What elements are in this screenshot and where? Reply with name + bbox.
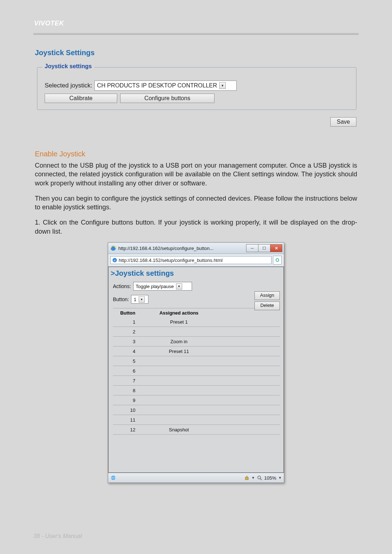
selected-joystick-label: Selected joystick:: [45, 82, 92, 89]
paragraph-3: 1. Click on the Configure buttons button…: [35, 218, 357, 236]
cell-assigned-action: Zoom in: [140, 339, 280, 344]
paragraph-1: Connect to the USB plug of the joystick …: [35, 161, 357, 188]
page-favicon-icon: e: [112, 258, 117, 263]
cell-button-number: 1: [113, 319, 140, 325]
ie-icon: [110, 245, 116, 251]
brand-name: VIVOTEK: [34, 20, 359, 27]
joystick-fieldset: Joystick settings Selected joystick: CH …: [37, 67, 356, 110]
column-header-button: Button: [113, 310, 140, 316]
table-row[interactable]: 6: [113, 366, 280, 376]
configure-buttons-button[interactable]: Configure buttons: [120, 94, 215, 103]
table-row[interactable]: 7: [113, 376, 280, 386]
zoom-level[interactable]: 105%: [264, 475, 276, 481]
calibrate-button[interactable]: Calibrate: [45, 94, 117, 103]
window-title: http://192.168.4.162/setup/configure_but…: [118, 246, 246, 251]
cell-button-number: 4: [113, 349, 140, 354]
chevron-down-icon[interactable]: ▼: [278, 476, 282, 480]
enable-joystick-heading: Enable Joystick: [35, 150, 357, 158]
refresh-icon: [275, 258, 280, 263]
section-title: Joystick Settings: [35, 49, 359, 57]
svg-text:e: e: [114, 259, 116, 262]
security-icon[interactable]: [244, 475, 249, 480]
spacer: [113, 435, 280, 471]
cell-assigned-action: Preset 11: [140, 349, 280, 354]
refresh-button[interactable]: [273, 256, 282, 264]
cell-assigned-action: Preset 1: [140, 319, 280, 325]
cell-button-number: 9: [113, 398, 140, 403]
window-titlebar: http://192.168.4.162/setup/configure_but…: [108, 243, 284, 254]
save-button[interactable]: Save: [330, 117, 356, 127]
svg-line-6: [260, 479, 262, 480]
header-rule: [33, 33, 359, 35]
cell-button-number: 11: [113, 417, 140, 423]
cell-assigned-action: Snapshot: [140, 427, 280, 432]
table-row[interactable]: 2: [113, 327, 280, 337]
table-row[interactable]: 3Zoom in: [113, 337, 280, 346]
paragraph-2: Then you can begin to configure the joys…: [35, 194, 357, 212]
button-number-value: 1: [134, 297, 136, 302]
chevron-down-icon: ▼: [219, 82, 226, 89]
chevron-down-icon: ▼: [139, 296, 145, 303]
table-row[interactable]: 4Preset 11: [113, 346, 280, 356]
cell-button-number: 5: [113, 358, 140, 364]
table-row[interactable]: 12Snapshot: [113, 425, 280, 435]
button-number-select[interactable]: 1 ▼: [131, 295, 148, 304]
chevron-down-icon[interactable]: ▼: [252, 476, 255, 480]
table-row[interactable]: 11: [113, 415, 280, 425]
cell-button-number: 7: [113, 378, 140, 383]
delete-button[interactable]: Delete: [254, 301, 280, 310]
selected-joystick-select[interactable]: CH PRODUCTS IP DESKTOP CONTROLLER ▼: [94, 81, 237, 91]
table-row[interactable]: 8: [113, 386, 280, 395]
cell-button-number: 2: [113, 329, 140, 335]
svg-point-5: [258, 476, 261, 479]
assign-button[interactable]: Assign: [254, 291, 280, 300]
fieldset-legend: Joystick settings: [42, 63, 94, 70]
address-url: http://192.168.4.152/setup/configure_but…: [119, 258, 222, 263]
address-input[interactable]: e http://192.168.4.152/setup/configure_b…: [110, 256, 271, 264]
table-row[interactable]: 10: [113, 405, 280, 415]
assignments-table: Button Assigned actions 1Preset 123Zoom …: [113, 308, 280, 435]
chevron-down-icon: ▼: [176, 283, 182, 290]
address-bar: e http://192.168.4.152/setup/configure_b…: [108, 254, 284, 267]
button-number-label: Button:: [113, 296, 129, 302]
actions-select[interactable]: Toggle play/pause ▼: [133, 282, 192, 291]
internet-icon: [110, 475, 116, 481]
window-minimize-button[interactable]: ─: [246, 244, 258, 252]
cell-button-number: 3: [113, 339, 140, 344]
configure-buttons-window: http://192.168.4.162/setup/configure_but…: [108, 242, 284, 483]
window-close-button[interactable]: ✕: [270, 244, 282, 252]
cell-button-number: 6: [113, 368, 140, 374]
zoom-icon: [257, 475, 262, 480]
cell-button-number: 8: [113, 388, 140, 393]
status-bar: ▼ 105% ▼: [108, 473, 284, 483]
selected-joystick-value: CH PRODUCTS IP DESKTOP CONTROLLER: [97, 82, 217, 89]
window-maximize-button[interactable]: ☐: [258, 244, 270, 252]
svg-rect-4: [245, 477, 248, 480]
actions-label: Actions:: [113, 283, 131, 289]
actions-select-value: Toggle play/pause: [136, 284, 174, 289]
table-row[interactable]: 9: [113, 395, 280, 405]
cell-button-number: 10: [113, 407, 140, 413]
table-row[interactable]: 5: [113, 356, 280, 366]
popup-heading: >Joystick settings: [109, 267, 283, 278]
cell-button-number: 12: [113, 427, 140, 432]
table-row[interactable]: 1Preset 1: [113, 317, 280, 327]
page-footer: 38 - User's Manual: [33, 533, 82, 539]
column-header-action: Assigned actions: [140, 310, 280, 316]
